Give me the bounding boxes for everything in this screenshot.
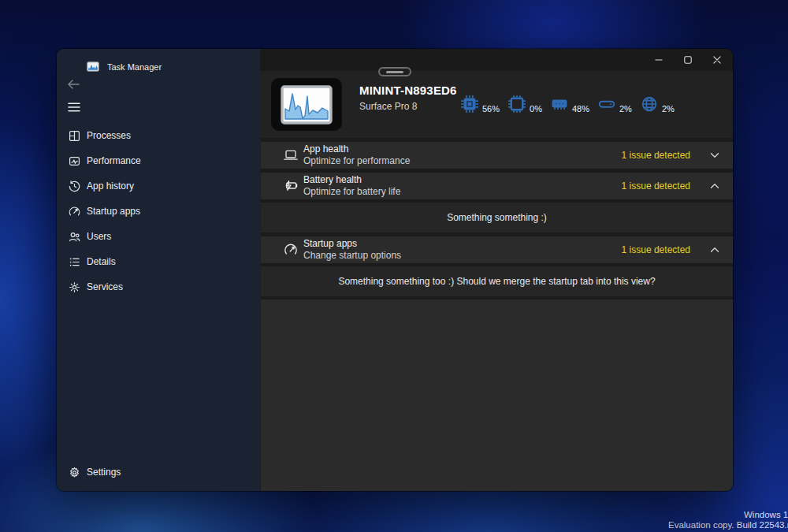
sidebar-item-app-history[interactable]: App history (57, 173, 260, 199)
issue-status: 1 issue detected (622, 180, 690, 192)
app-history-icon (68, 180, 80, 192)
maximize-icon (684, 56, 692, 64)
expanded-text: Something something too :) Should we mer… (338, 276, 655, 287)
health-card-app[interactable]: App health Optimize for performance 1 is… (261, 142, 733, 169)
device-model: Surface Pro 8 (359, 101, 457, 112)
sidebar-item-label: Services (87, 281, 123, 292)
app-title: Task Manager (107, 62, 162, 72)
chevron-up-icon[interactable] (709, 244, 720, 255)
gpu-icon (508, 95, 526, 113)
system-header: MININT-N893ED6 Surface Pro 8 56% (260, 71, 733, 138)
card-subtitle: Change startup options (303, 250, 622, 262)
memory-icon (551, 95, 568, 113)
sidebar-item-label: Users (87, 231, 111, 242)
sidebar-item-settings[interactable]: Settings (57, 459, 260, 485)
task-manager-window: Task Manager Processes (57, 49, 733, 491)
card-title: Battery health (303, 174, 622, 186)
menu-toggle-button[interactable] (65, 99, 83, 115)
drag-handle[interactable] (378, 67, 411, 76)
sidebar-item-details[interactable]: Details (57, 249, 260, 274)
details-icon (68, 255, 80, 268)
close-button[interactable] (702, 49, 731, 71)
card-text: Startup apps Change startup options (303, 238, 622, 262)
resource-stats: 56% 0% (461, 95, 683, 113)
battery-icon (283, 179, 299, 193)
sidebar-item-services[interactable]: Services (57, 274, 260, 299)
app-header: Task Manager (87, 61, 162, 72)
watermark-line2: Evaluation copy. Build 22543.rs_pre (668, 520, 788, 530)
sidebar-item-users[interactable]: Users (57, 224, 260, 249)
task-manager-app-icon (271, 78, 342, 131)
network-stat: 2% (641, 95, 675, 113)
sidebar-item-startup-apps[interactable]: Startup apps (57, 199, 260, 224)
sidebar-item-label: Startup apps (87, 206, 140, 217)
card-text: App health Optimize for performance (303, 143, 622, 167)
health-panel: App health Optimize for performance 1 is… (260, 138, 733, 491)
network-icon (641, 95, 658, 113)
maximize-button[interactable] (673, 49, 702, 71)
desktop: { "desktop": { "watermark": { "line1": "… (0, 0, 788, 532)
card-subtitle: Optimize for battery life (303, 186, 622, 198)
chevron-down-icon[interactable] (709, 150, 720, 161)
settings-gear-icon (68, 466, 80, 478)
memory-usage: 48% (572, 104, 589, 113)
card-title: App health (303, 143, 622, 155)
sidebar-item-label: Processes (87, 130, 131, 141)
expanded-text: Something something :) (447, 212, 547, 223)
sidebar-item-label: Details (87, 256, 116, 267)
watermark-line1: Windows 11 P (744, 510, 788, 519)
task-manager-logo-icon (87, 61, 99, 72)
divider (261, 296, 733, 299)
sidebar-item-performance[interactable]: Performance (57, 148, 260, 173)
disk-stat: 2% (598, 95, 632, 113)
card-subtitle: Optimize for performance (303, 155, 622, 167)
gpu-stat: 0% (508, 95, 542, 113)
sidebar-item-label: Performance (87, 155, 141, 166)
sidebar-item-label: App history (87, 180, 134, 192)
gauge-icon (283, 243, 299, 257)
gpu-usage: 0% (530, 104, 542, 113)
chevron-up-icon[interactable] (709, 180, 720, 192)
health-card-startup[interactable]: Startup apps Change startup options 1 is… (261, 236, 733, 263)
startup-expanded-content: Something something too :) Should we mer… (261, 266, 733, 296)
close-icon (713, 56, 721, 64)
network-usage: 2% (662, 104, 675, 113)
sidebar-item-processes[interactable]: Processes (57, 123, 260, 148)
card-title: Startup apps (303, 238, 622, 250)
cpu-stat: 56% (461, 95, 500, 113)
card-text: Battery health Optimize for battery life (303, 174, 622, 198)
device-name: MININT-N893ED6 (359, 84, 457, 97)
device-info: MININT-N893ED6 Surface Pro 8 (359, 84, 457, 112)
titlebar (260, 49, 733, 71)
memory-stat: 48% (551, 95, 589, 113)
services-icon (68, 281, 80, 293)
minimize-icon (655, 56, 663, 64)
startup-apps-icon (68, 205, 80, 218)
cpu-icon (461, 95, 478, 113)
health-card-battery[interactable]: Battery health Optimize for battery life… (261, 173, 733, 199)
disk-icon (598, 95, 615, 113)
back-button[interactable] (65, 76, 82, 92)
performance-icon (68, 154, 80, 167)
sidebar: Task Manager Processes (57, 49, 260, 491)
cpu-usage: 56% (482, 104, 500, 113)
users-icon (68, 230, 80, 243)
sidebar-item-label: Settings (87, 467, 121, 478)
laptop-icon (283, 148, 299, 162)
sidebar-nav: Processes Performance (57, 123, 260, 299)
processes-icon (68, 129, 80, 142)
drag-handle-bar (386, 71, 403, 73)
window-controls (644, 49, 731, 71)
issue-status: 1 issue detected (622, 150, 690, 161)
disk-usage: 2% (619, 104, 632, 113)
minimize-button[interactable] (644, 49, 673, 71)
battery-expanded-content: Something something :) (261, 203, 733, 233)
issue-status: 1 issue detected (622, 244, 690, 255)
